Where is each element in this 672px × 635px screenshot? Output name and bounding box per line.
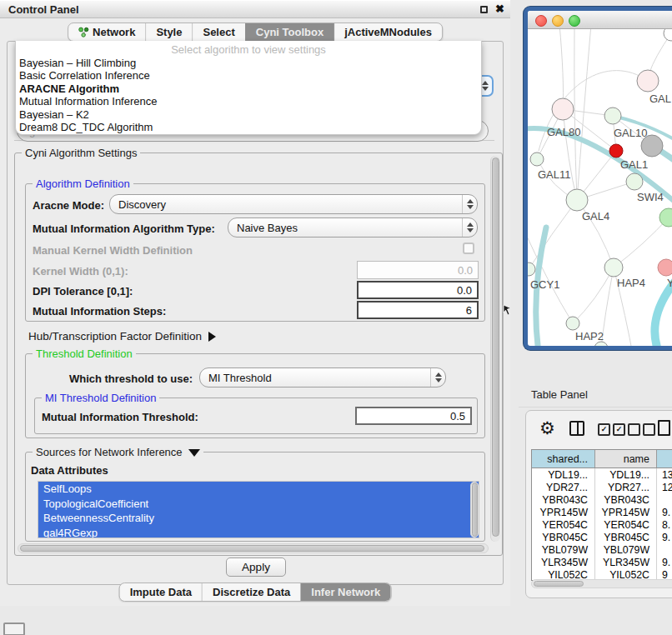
columns-icon[interactable] [569,421,584,436]
table-row[interactable]: YPR145WYPR145W9. [532,506,672,518]
network-node[interactable] [566,189,588,211]
network-node[interactable] [659,208,672,227]
algorithm-item-mutual-information-inference[interactable]: Mutual Information Inference [18,95,479,108]
table-row[interactable]: YBR045CYBR045C9. [532,531,672,543]
aracne-mode-combo[interactable]: Discovery [109,194,478,214]
tab-network[interactable]: Network [68,23,145,41]
minimize-traffic-light-icon[interactable] [552,15,564,27]
close-traffic-light-icon[interactable] [535,15,547,27]
algorithm-item-basic-correlation-inference[interactable]: Basic Correlation Inference [18,69,479,82]
network-node[interactable] [604,258,623,277]
list-vertical-scrollbar-thumb[interactable] [472,482,478,537]
network-node[interactable] [528,262,535,276]
dpi-tolerance-label: DPI Tolerance [0,1]: [33,285,133,298]
tab-style[interactable]: Style [145,23,192,41]
document-icon[interactable] [658,420,670,436]
table-row[interactable]: YLR345WYLR345W9. [532,556,672,568]
network-edge [574,29,577,200]
desktop: { "colors": { "selection_blue": "#3e6fd8… [0,0,672,635]
tab-infer-network[interactable]: Infer Network [300,583,390,601]
collapse-arrow-icon[interactable] [188,449,200,457]
node-label-y: Y [667,277,672,289]
network-node[interactable] [552,98,574,120]
table-row[interactable]: YDL19...YDL19...13 [532,468,672,481]
mi-steps-field[interactable]: 6 [357,301,479,319]
hub-definition-expander[interactable]: Hub/Transcription Factor Definition [28,330,216,342]
table-cell: YDR27... [532,481,595,493]
aracne-mode-label: Aracne Mode: [33,199,104,212]
mi-type-combo[interactable]: Naive Bayes [228,218,478,238]
network-node[interactable] [664,29,672,41]
settings-horizontal-scrollbar-thumb[interactable] [20,545,484,552]
table-cell: 13 [657,468,672,481]
table-cell: YBR043C [595,493,657,506]
settings-vertical-scrollbar-thumb[interactable] [492,158,499,537]
tab-label: Infer Network [311,586,380,598]
table-cell: YBL079W [595,543,657,556]
network-node[interactable] [609,144,623,158]
gear-icon[interactable]: ⚙ [539,419,555,438]
table-cell: YPR145W [532,506,595,518]
network-node[interactable] [566,317,579,330]
tab-label: Network [93,26,135,38]
attribute-item-betweennesscentrality[interactable]: BetweennessCentrality [38,511,479,526]
tab-impute-data[interactable]: Impute Data [120,583,202,601]
table-row[interactable]: YER054CYER054C8. [532,518,672,531]
attribute-item-topologicalcoefficient[interactable]: TopologicalCoefficient [38,497,479,512]
table-cell: YER054C [532,518,595,531]
sources-group: Sources for Network Inference Data Attri… [25,452,485,542]
network-edge [577,29,591,200]
column-header-col2[interactable] [657,450,672,468]
cyni-algorithm-settings-title: Cyni Algorithm Settings [22,147,140,159]
kernel-width-field[interactable]: 0.0 [357,261,479,279]
tab-label: jActiveMNodules [344,26,432,38]
network-edge [573,268,614,323]
network-node[interactable] [604,108,621,124]
table-cell: YBR045C [595,531,657,543]
settings-horizontal-scrollbar[interactable] [18,543,489,553]
algorithm-item-bayesian-k2[interactable]: Bayesian – K2 [18,108,479,121]
table-horizontal-scrollbar-thumb[interactable] [534,581,584,587]
tab-cyni-toolbox[interactable]: Cyni Toolbox [245,23,333,41]
algorithm-item-aracne-algorithm[interactable]: ARACNE Algorithm [18,82,479,95]
network-canvas[interactable]: GALGAL80GAL10GAL1GAL11SWI4GAL4GCY1HAP4YH… [528,29,672,346]
tab-discretize-data[interactable]: Discretize Data [202,583,300,601]
dpi-tolerance-field[interactable]: 0.0 [357,281,479,299]
checked-pair-icon[interactable]: ✓✓ [598,423,625,436]
algorithm-item-bayesian-hill-climbing[interactable]: Bayesian – Hill Climbing [18,57,479,69]
close-icon[interactable]: ✖ [495,2,504,15]
which-threshold-combo[interactable]: MI Threshold [199,368,446,388]
node-label-swi4: SWI4 [637,191,664,203]
which-threshold-label: Which threshold to use: [33,372,193,385]
column-header-shared[interactable]: shared... [532,450,595,468]
column-header-name[interactable]: name [595,450,657,468]
sources-title: Sources for Network Inference [33,446,203,458]
table-horizontal-scrollbar[interactable] [531,579,672,588]
algorithm-item-dream8-dc-tdc-algorithm[interactable]: Dream8 DC_TDC Algorithm [18,121,479,133]
network-node[interactable] [658,259,672,276]
data-attributes-label: Data Attributes [31,464,108,477]
table-row[interactable]: YBL079WYBL079W [532,543,672,556]
float-icon[interactable] [480,6,488,13]
network-node[interactable] [637,70,659,92]
manual-kernel-checkbox[interactable] [463,242,474,254]
sources-title-text: Sources for Network Inference [36,446,183,458]
unchecked-pair-icon[interactable] [628,423,655,436]
minimized-panel-icon[interactable] [3,622,25,635]
tab-select[interactable]: Select [192,23,244,41]
network-node[interactable] [530,152,544,166]
attribute-item-gal4rgexp[interactable]: gal4RGexp [38,526,479,538]
table-row[interactable]: YBR043CYBR043C [532,493,672,506]
network-node[interactable] [626,173,643,190]
attribute-item-selfloops[interactable]: SelfLoops [38,482,479,497]
list-vertical-scrollbar[interactable] [470,482,479,538]
zoom-traffic-light-icon[interactable] [569,15,580,27]
table-cell: YDL19... [595,468,657,481]
algorithm-definition-title: Algorithm Definition [33,178,133,190]
settings-vertical-scrollbar[interactable] [490,156,500,542]
algorithm-dropdown: Select algorithm to view settings Bayesi… [15,41,482,135]
mi-threshold-field[interactable]: 0.5 [355,407,472,425]
tab-jactivemnodules[interactable]: jActiveMNodules [333,23,442,41]
table-row[interactable]: YDR27...YDR27...12 [532,481,672,493]
apply-button[interactable]: Apply [226,558,286,577]
